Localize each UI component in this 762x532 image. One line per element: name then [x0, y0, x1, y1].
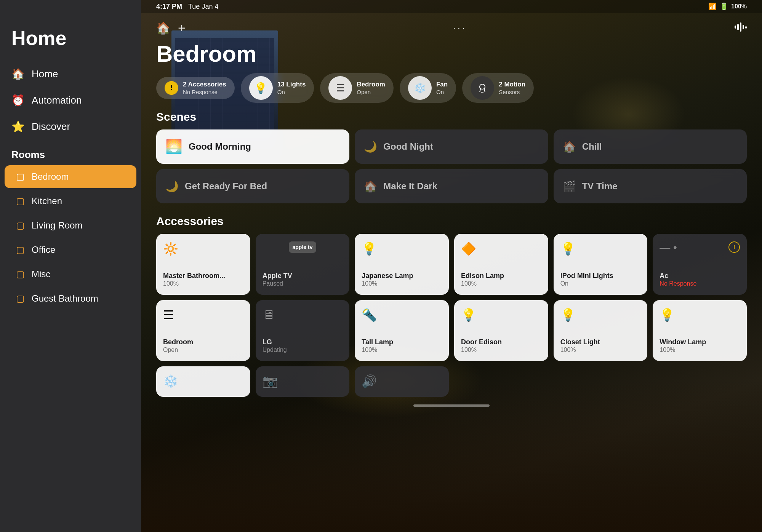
accessory-japanese-lamp[interactable]: 💡 Japanese Lamp 100%	[355, 234, 449, 295]
light-bulb-icon: 💡	[254, 82, 267, 94]
sidebar-room-guest-bathroom[interactable]: ▢ Guest Bathroom	[5, 287, 136, 310]
room-icon: ▢	[16, 171, 25, 182]
sidebar-room-kitchen[interactable]: ▢ Kitchen	[5, 190, 136, 212]
accessory-master-bathroom[interactable]: 🔆 Master Bathroom... 100%	[156, 234, 250, 295]
accessory-info: LG Updating	[263, 338, 343, 353]
scene-label: Get Ready For Bed	[185, 181, 267, 192]
motion-bubble[interactable]: 2 Motion Sensors	[462, 73, 534, 103]
svg-rect-0	[735, 26, 736, 29]
accessory-apple-tv[interactable]: apple tv Apple TV Paused	[256, 234, 350, 295]
fan-circle: ❄️	[408, 76, 432, 100]
alert-bubble-text: 2 Accessories No Response	[183, 81, 226, 95]
scene-icon: 🏠	[563, 141, 576, 153]
error-badge: !	[728, 241, 740, 253]
door-circle: ☰	[328, 76, 352, 100]
room-label: Guest Bathroom	[32, 293, 98, 304]
lights-status: On	[277, 89, 306, 95]
accessory-lg[interactable]: 🖥 LG Updating	[256, 300, 350, 361]
scenes-row-2: 🌙 Get Ready For Bed 🏠 Make It Dark 🎬 TV …	[156, 169, 747, 203]
accessory-info: iPod Mini Lights On	[560, 272, 641, 287]
door-bubble[interactable]: ☰ Bedroom Open	[320, 73, 394, 103]
accessory-ipod-mini-lights[interactable]: 💡 iPod Mini Lights On	[554, 234, 648, 295]
sidebar-item-home[interactable]: 🏠 Home	[0, 61, 141, 87]
room-label: Living Room	[32, 220, 82, 231]
accessory-status: Updating	[263, 347, 343, 353]
main-content-area: 4:17 PM Tue Jan 4 📶 🔋 100% 🏠 + ···	[141, 0, 762, 532]
scene-get-ready-for-bed[interactable]: 🌙 Get Ready For Bed	[156, 169, 349, 203]
tv-icon: 🖥	[263, 308, 343, 322]
accessory-fan-partial[interactable]: ❄️	[156, 366, 250, 397]
scene-icon: 🎬	[563, 180, 576, 193]
battery-percent: 100%	[731, 3, 747, 10]
scene-label: Chill	[582, 141, 602, 152]
sidebar-room-bedroom[interactable]: ▢ Bedroom	[5, 165, 136, 188]
accessory-status: No Response	[660, 280, 740, 287]
door-edison-icon: 💡	[461, 308, 541, 322]
door-bubble-text: Bedroom Open	[357, 81, 385, 95]
add-button[interactable]: +	[178, 21, 186, 35]
accessories-grid-row1: 🔆 Master Bathroom... 100% apple tv	[156, 234, 747, 295]
svg-rect-1	[737, 24, 739, 30]
accessory-info: Door Edison 100%	[461, 338, 541, 353]
accessory-name: iPod Mini Lights	[560, 272, 641, 280]
sidebar-room-misc[interactable]: ▢ Misc	[5, 263, 136, 286]
scene-label: TV Time	[582, 181, 618, 192]
accessory-ac[interactable]: — • ! Ac No Response	[653, 234, 747, 295]
sidebar-room-living-room[interactable]: ▢ Living Room	[5, 214, 136, 237]
motion-count: 2 Motion	[499, 81, 525, 88]
light-circle: 💡	[249, 76, 273, 100]
lights-bubble[interactable]: 💡 13 Lights On	[241, 73, 314, 103]
scene-tv-time[interactable]: 🎬 TV Time	[554, 169, 747, 203]
tall-lamp-icon: 🔦	[362, 308, 442, 322]
status-time: 4:17 PM	[156, 3, 182, 11]
alert-icon: !	[165, 81, 178, 95]
scene-chill[interactable]: 🏠 Chill	[554, 129, 747, 164]
accessory-status: Open	[163, 347, 243, 353]
accessories-alert-bubble[interactable]: ! 2 Accessories No Response	[156, 77, 235, 99]
battery-icon: 🔋	[720, 2, 728, 11]
room-label: Bedroom	[32, 171, 69, 182]
lamp-icon: 💡	[362, 241, 442, 256]
rooms-section-title: Rooms	[0, 140, 141, 165]
sidebar-item-discover[interactable]: ⭐ Discover	[0, 113, 141, 140]
door-icon: ☰	[336, 82, 345, 94]
scene-label: Good Night	[383, 141, 433, 152]
status-bar: 4:17 PM Tue Jan 4 📶 🔋 100%	[141, 0, 762, 13]
room-label: Misc	[32, 269, 50, 280]
accessory-window-lamp[interactable]: 💡 Window Lamp 100%	[653, 300, 747, 361]
top-bar-right[interactable]	[735, 22, 747, 34]
fan-status: On	[436, 89, 448, 95]
sidebar-room-office[interactable]: ▢ Office	[5, 238, 136, 261]
room-icon: ▢	[16, 220, 25, 231]
accessory-edison-lamp[interactable]: 🔶 Edison Lamp 100%	[454, 234, 548, 295]
fan-bubble[interactable]: ❄️ Fan On	[400, 73, 456, 103]
fan-name: Fan	[436, 81, 448, 88]
accessory-speaker-partial[interactable]: 🔊	[355, 366, 449, 397]
room-icon: ▢	[16, 293, 25, 304]
scene-icon: 🏠	[364, 180, 377, 193]
accessory-door-edison[interactable]: 💡 Door Edison 100%	[454, 300, 548, 361]
accessory-closet-light[interactable]: 💡 Closet Light 100%	[554, 300, 648, 361]
accessory-tall-lamp[interactable]: 🔦 Tall Lamp 100%	[355, 300, 449, 361]
room-icon: ▢	[16, 269, 25, 280]
accessory-camera-partial[interactable]: 📷	[256, 366, 350, 397]
scene-make-it-dark[interactable]: 🏠 Make It Dark	[355, 169, 548, 203]
room-label: Office	[32, 244, 55, 255]
accessory-info: Edison Lamp 100%	[461, 272, 541, 287]
motion-icon	[477, 82, 488, 94]
room-icon: ▢	[16, 196, 25, 206]
accessory-status: Paused	[263, 280, 343, 287]
accessory-bedroom-door[interactable]: ☰ Bedroom Open	[156, 300, 250, 361]
chandelier-icon: 🔆	[163, 241, 178, 256]
accessory-status: 100%	[362, 280, 442, 287]
scene-good-morning[interactable]: 🌅 Good Morning	[156, 129, 349, 164]
status-bubbles-row: ! 2 Accessories No Response 💡 13 Lights …	[141, 73, 762, 110]
sidebar-item-automation[interactable]: ⏰ Automation	[0, 87, 141, 113]
scene-good-night[interactable]: 🌙 Good Night	[355, 129, 548, 164]
accessory-name: Edison Lamp	[461, 272, 541, 280]
lights-count: 13 Lights	[277, 81, 306, 88]
accessory-status: 100%	[461, 347, 541, 353]
home-nav-icon[interactable]: 🏠	[156, 21, 170, 35]
discover-icon: ⭐	[11, 120, 25, 133]
bedroom-door-icon: ☰	[163, 308, 243, 322]
